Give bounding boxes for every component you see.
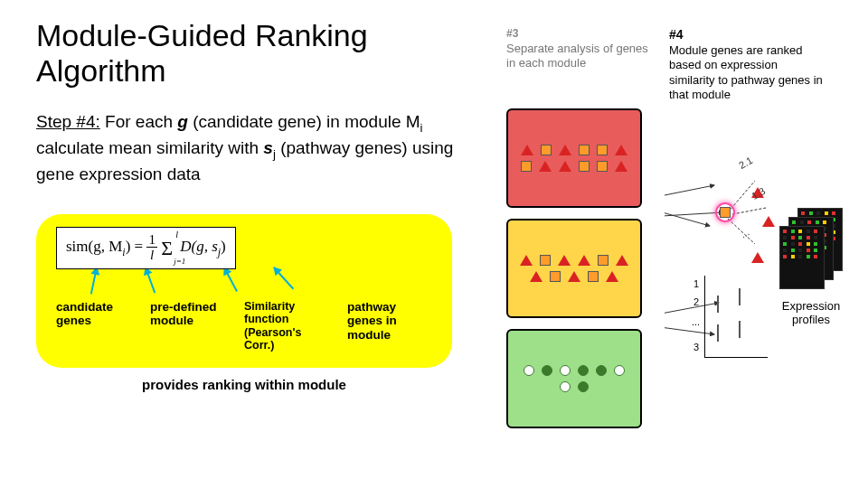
- sim-fn: sim: [66, 238, 89, 255]
- sigma: l Σ j=1: [161, 237, 176, 260]
- modules-stack: [506, 108, 660, 428]
- step-label: Step #4:: [36, 112, 100, 131]
- arrow-icon: [273, 267, 294, 289]
- candidate-gene-icon: [540, 255, 551, 266]
- other-gene-icon: [542, 365, 552, 376]
- label-pathway-genes: pathway genes in module: [347, 300, 429, 352]
- node: [739, 322, 753, 336]
- axis-tick: ...: [692, 316, 700, 327]
- pathway-gene-icon: [568, 271, 580, 282]
- D-fn: D(g, s: [180, 238, 218, 255]
- candidate-gene-icon: [598, 255, 609, 266]
- sub-i: i: [420, 121, 423, 135]
- pathway-gene-icon: [558, 255, 571, 266]
- step3-number: #3: [506, 27, 660, 40]
- candidate-gene-icon: [717, 324, 719, 342]
- candidate-gene-icon: [579, 145, 590, 155]
- pathway-gene-icon: [559, 145, 571, 155]
- candidate-gene-icon: [597, 145, 608, 155]
- pathway-gene-icon: [615, 145, 627, 155]
- var-g: g: [177, 112, 188, 131]
- axis-tick: 2: [693, 296, 699, 307]
- microarray-chip-icon: [779, 226, 825, 289]
- one-over-l: 1l: [146, 233, 157, 263]
- feq: ) =: [126, 238, 144, 255]
- module-box-red: [506, 108, 642, 208]
- pathway-gene-icon: [615, 161, 627, 172]
- other-gene-icon: [596, 365, 607, 376]
- module-box-yellow: [506, 219, 642, 318]
- t: (candidate gene) in module M: [188, 112, 420, 131]
- pathway-gene-icon: [520, 255, 533, 266]
- fargs: (g, M: [89, 238, 123, 255]
- node: [739, 289, 753, 304]
- node: [751, 172, 766, 186]
- node: [762, 201, 777, 215]
- formula-arrows: [56, 267, 432, 298]
- label-candidate-genes: candidate genes: [56, 300, 137, 352]
- pathway-gene-icon: [751, 237, 764, 263]
- candidate-gene-icon: [550, 271, 561, 282]
- arrow-icon: [90, 267, 98, 295]
- pathway-gene-icon: [578, 255, 590, 266]
- rank-axis-v: [704, 276, 705, 357]
- module-box-green: [506, 329, 642, 428]
- step4-number: #4: [669, 27, 823, 42]
- node: [751, 237, 766, 251]
- candidate-gene-icon: [541, 145, 552, 155]
- formula: sim(g, Mi) = 1l l Σ j=1 D(g, sj): [56, 227, 236, 269]
- candidate-gene-icon: [720, 207, 731, 218]
- candidate-gene-icon: [579, 161, 590, 172]
- axis-tick: 3: [693, 342, 699, 352]
- sigma-sup: l: [175, 230, 178, 239]
- pathway-gene-icon: [616, 255, 628, 266]
- candidate-gene-icon: [739, 288, 741, 305]
- formula-annotation-row: candidate genes pre-defined module Simil…: [56, 300, 432, 352]
- svg-line-7: [665, 325, 714, 334]
- label-predefined-module: pre-defined module: [150, 300, 231, 352]
- expression-profiles-label: Expression profiles: [770, 300, 852, 327]
- axis-tick: 1: [693, 278, 699, 289]
- other-gene-icon: [560, 381, 571, 392]
- candidate-gene-icon: [521, 161, 532, 172]
- arrow-icon: [145, 267, 156, 293]
- other-gene-icon: [524, 365, 534, 376]
- formula-panel: sim(g, Mi) = 1l l Σ j=1 D(g, sj) candida…: [36, 214, 452, 368]
- step-description: Step #4: For each g (candidate gene) in …: [36, 110, 461, 185]
- pathway-gene-icon: [521, 145, 533, 155]
- node: [717, 296, 731, 311]
- den: l: [146, 248, 157, 263]
- step3-caption: Separate analysis of genes in each modul…: [506, 42, 660, 99]
- arrow-icon: [223, 267, 238, 291]
- pathway-gene-icon: [762, 201, 775, 227]
- label-similarity-fn: Similarity function (Pearson's Corr.): [244, 300, 335, 352]
- other-gene-icon: [560, 365, 571, 376]
- svg-line-6: [665, 303, 719, 316]
- candidate-gene-icon: [717, 296, 719, 313]
- selected-gene-node: [715, 202, 735, 222]
- var-s: s: [263, 138, 273, 157]
- fend: ): [221, 238, 226, 255]
- t: For each: [100, 112, 178, 131]
- rank-axis-h: [704, 357, 768, 358]
- step4-caption: Module genes are ranked based on express…: [669, 43, 823, 101]
- other-gene-icon: [614, 365, 625, 376]
- caption: provides ranking within module: [36, 377, 452, 392]
- column-step3: #3 Separate analysis of genes in each mo…: [506, 27, 660, 428]
- num: 1: [146, 233, 157, 248]
- sigma-symbol: Σ: [161, 237, 173, 259]
- pathway-gene-icon: [559, 161, 571, 172]
- pathway-gene-icon: [530, 271, 542, 282]
- candidate-gene-icon: [597, 161, 608, 172]
- candidate-gene-icon: [739, 321, 741, 338]
- svg-line-0: [665, 185, 714, 199]
- pathway-gene-icon: [539, 161, 552, 172]
- svg-line-1: [665, 208, 710, 226]
- slide-title: Module-Guided Ranking Algorithm: [36, 18, 416, 89]
- t: calculate mean similarity with: [36, 138, 263, 157]
- candidate-gene-icon: [588, 271, 599, 282]
- node: [717, 325, 731, 340]
- other-gene-icon: [578, 381, 589, 392]
- pathway-gene-icon: [606, 271, 618, 282]
- other-gene-icon: [578, 365, 589, 376]
